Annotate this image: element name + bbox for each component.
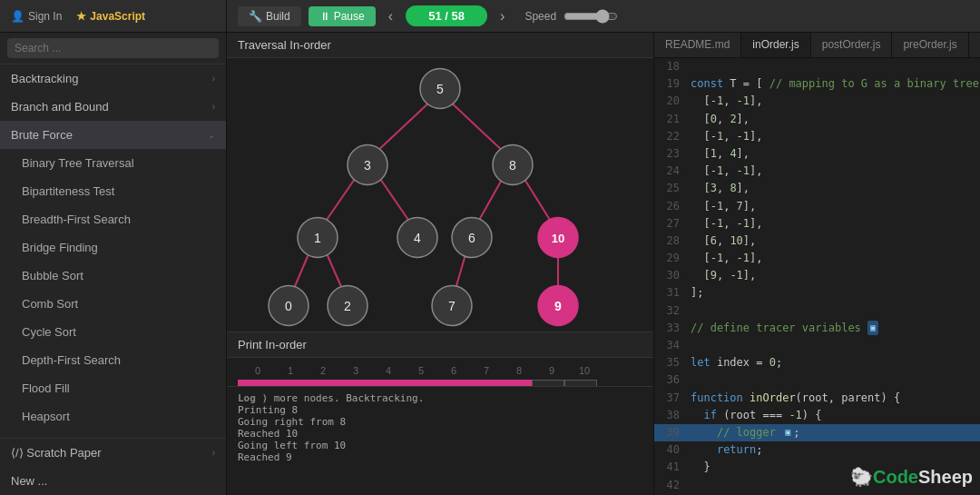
- code-line: 40 return;: [654, 441, 980, 459]
- viz-top: Traversal In-order: [227, 33, 653, 332]
- print-cell: 6: [434, 380, 466, 386]
- code-line: 30 [9, -1],: [654, 267, 980, 284]
- search-bar: [0, 33, 226, 64]
- center-panel: Traversal In-order: [227, 33, 653, 495]
- print-cell: -: [564, 380, 597, 386]
- log-line: Going left from 10: [238, 440, 346, 451]
- pause-button[interactable]: ⏸ Pause: [309, 6, 376, 26]
- print-cell: 7: [466, 380, 499, 386]
- sidebar-item-insertion-sort[interactable]: Insertion Sort: [0, 431, 226, 438]
- code-line: 36: [654, 371, 980, 389]
- tab-inorder[interactable]: inOrder.js: [741, 33, 810, 57]
- code-line: 35let index = 0;: [654, 354, 980, 371]
- search-input[interactable]: [7, 38, 219, 58]
- language-selector[interactable]: ★ JavaScript: [76, 10, 145, 23]
- code-line-highlighted: 39 // logger ▣;: [654, 424, 980, 441]
- next-button[interactable]: ›: [495, 6, 510, 26]
- sidebar-item-breadth-first-search[interactable]: Breadth-First Search: [0, 205, 226, 233]
- svg-text:0: 0: [285, 299, 292, 313]
- print-cell: 2: [303, 380, 336, 386]
- pause-icon: ⏸: [319, 10, 330, 23]
- sidebar-item-cycle-sort[interactable]: Cycle Sort: [0, 318, 226, 346]
- sidebar-item-new[interactable]: New ...: [0, 467, 226, 495]
- sidebar-item-bipartiteness-test[interactable]: Bipartiteness Test: [0, 177, 226, 205]
- print-cell: 0: [238, 380, 270, 386]
- code-line: 24 [-1, -1],: [654, 163, 980, 180]
- print-cells: 0 1 2 3 4 5 6 7 8 - -: [238, 380, 642, 386]
- sidebar-item-flood-fill[interactable]: Flood Fill: [0, 374, 226, 402]
- print-cell: -: [532, 380, 564, 386]
- log-label: Log: [238, 392, 256, 404]
- code-line: 20 [-1, -1],: [654, 93, 980, 110]
- code-line: 34: [654, 337, 980, 354]
- speed-slider[interactable]: [564, 9, 618, 24]
- svg-text:4: 4: [414, 231, 421, 245]
- code-line: 25 [3, 8],: [654, 180, 980, 197]
- svg-text:8: 8: [509, 158, 516, 173]
- svg-text:1: 1: [314, 231, 321, 245]
- svg-text:10: 10: [552, 232, 564, 245]
- chevron-right-icon: ›: [212, 74, 215, 84]
- print-content: 0 1 2 3 4 5 6 7 8 9 10 0 1 2 3 4: [227, 358, 653, 386]
- code-tabs: README.md inOrder.js postOrder.js preOrd…: [654, 33, 980, 58]
- chevron-right-icon: ›: [212, 448, 215, 458]
- sidebar-item-bridge-finding[interactable]: Bridge Finding: [0, 233, 226, 262]
- sidebar-footer: ⟨/⟩ Scratch Paper › New ...: [0, 438, 226, 495]
- print-cell: 3: [336, 380, 368, 386]
- svg-text:2: 2: [344, 299, 351, 313]
- sidebar: Backtracking › Branch and Bound › Brute …: [0, 33, 227, 495]
- log-line: Going right from 8: [238, 416, 346, 428]
- log-line: Printing 8: [238, 404, 298, 416]
- sidebar-item-comb-sort[interactable]: Comb Sort: [0, 290, 226, 318]
- build-button[interactable]: 🔧 Build: [238, 6, 301, 26]
- log-line: Reached 9: [238, 451, 292, 463]
- sidebar-item-binary-tree-traversal[interactable]: Binary Tree Traversal: [0, 149, 226, 177]
- chevron-down-icon: ⌄: [208, 130, 215, 140]
- svg-text:7: 7: [448, 299, 456, 313]
- code-line: 29 [-1, -1],: [654, 250, 980, 267]
- code-line: 38 if (root === -1) {: [654, 407, 980, 424]
- code-line: 33// define tracer variables ▣: [654, 320, 980, 337]
- print-cell: 4: [368, 380, 401, 386]
- tab-postorder[interactable]: postOrder.js: [811, 33, 893, 57]
- code-line: 31];: [654, 284, 980, 302]
- code-line: 42: [654, 477, 980, 494]
- code-line: 32: [654, 302, 980, 320]
- sidebar-item-brute-force[interactable]: Brute Force ⌄: [0, 121, 226, 149]
- wrench-icon: 🔧: [249, 10, 262, 23]
- progress-indicator: 51 / 58: [406, 5, 487, 26]
- code-line: 19const T = [ // mapping to G as a binar…: [654, 75, 980, 93]
- code-line: 41 }: [654, 459, 980, 476]
- print-cell: 1: [270, 380, 303, 386]
- code-panel: README.md inOrder.js postOrder.js preOrd…: [653, 33, 980, 495]
- svg-text:9: 9: [554, 299, 562, 313]
- signin-button[interactable]: 👤 Sign In: [11, 10, 62, 23]
- code-line: 22 [-1, -1],: [654, 128, 980, 145]
- log-section: Log ) more nodes. Backtracking. Printing…: [227, 386, 653, 495]
- main-content: Backtracking › Branch and Bound › Brute …: [0, 33, 980, 495]
- code-line: 27 [-1, -1],: [654, 215, 980, 233]
- viz-title: Traversal In-order: [227, 33, 653, 58]
- code-line: 23 [1, 4],: [654, 145, 980, 163]
- sidebar-item-heapsort[interactable]: Heapsort: [0, 402, 226, 431]
- sidebar-list: Backtracking › Branch and Bound › Brute …: [0, 64, 226, 438]
- tab-readme[interactable]: README.md: [654, 33, 741, 57]
- code-line: 26 [-1, 7],: [654, 198, 980, 215]
- code-line: 28 [6, 10],: [654, 233, 980, 250]
- sidebar-item-branch-and-bound[interactable]: Branch and Bound ›: [0, 93, 226, 121]
- svg-text:5: 5: [436, 82, 444, 96]
- sidebar-item-bubble-sort[interactable]: Bubble Sort: [0, 262, 226, 290]
- sidebar-item-depth-first-search[interactable]: Depth-First Search: [0, 346, 226, 374]
- tree-svg: 5 3 8 1 4 6: [227, 58, 653, 332]
- print-indices: 0 1 2 3 4 5 6 7 8 9 10: [238, 365, 642, 376]
- svg-text:3: 3: [364, 158, 371, 173]
- prev-button[interactable]: ‹: [383, 6, 398, 26]
- sidebar-item-backtracking[interactable]: Backtracking ›: [0, 64, 226, 93]
- tab-preorder[interactable]: preOrder.js: [892, 33, 968, 57]
- code-line: 37function inOrder(root, parent) {: [654, 390, 980, 407]
- topbar: 👤 Sign In ★ JavaScript 🔧 Build ⏸ Pause ‹…: [0, 0, 980, 33]
- code-line: 21 [0, 2],: [654, 111, 980, 128]
- sidebar-item-scratch-paper[interactable]: ⟨/⟩ Scratch Paper ›: [0, 439, 226, 467]
- code-body: 18 19const T = [ // mapping to G as a bi…: [654, 58, 980, 495]
- topbar-left: 👤 Sign In ★ JavaScript: [0, 0, 227, 32]
